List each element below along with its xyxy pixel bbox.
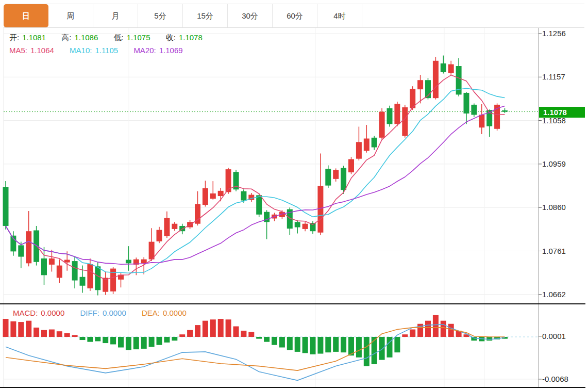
ma10-line	[6, 88, 505, 273]
macd-bar	[218, 319, 224, 337]
price-axis-label: 1.0662	[542, 290, 566, 299]
macd-bar	[364, 337, 369, 366]
price-axis-label: 1.0860	[542, 203, 566, 212]
candle-body	[341, 168, 346, 190]
candle-body	[402, 107, 408, 136]
price-axis-label: 1.1058	[542, 116, 566, 125]
macd-bar	[41, 330, 47, 337]
ma10-value: 1.1105	[95, 46, 118, 55]
candle-body	[387, 108, 393, 124]
macd-bar	[333, 337, 339, 352]
candle-body	[325, 169, 331, 185]
low-value: 1.1075	[127, 33, 150, 42]
macd-bar	[486, 337, 492, 341]
candle-body	[164, 218, 170, 236]
candle-body	[41, 258, 47, 275]
tab-period-6[interactable]: 60分	[273, 4, 317, 27]
macd-bar	[133, 337, 139, 349]
macd-bar	[95, 337, 100, 341]
macd-bar	[402, 334, 408, 337]
macd-bar	[433, 315, 439, 337]
macd-bar	[187, 330, 193, 337]
tab-period-3[interactable]: 5分	[138, 4, 183, 27]
dea-value: 0.0000	[163, 309, 187, 317]
macd-bar	[295, 337, 300, 352]
tab-period-1[interactable]: 周	[48, 4, 93, 27]
candle-body	[456, 66, 462, 94]
macd-bar	[195, 325, 200, 337]
price-axis-label: 1.0959	[542, 159, 566, 168]
macd-bar	[256, 337, 262, 339]
macd-bar	[26, 321, 31, 337]
price-axis-label: 1.1256	[542, 29, 566, 38]
tab-period-2[interactable]: 月	[93, 4, 138, 27]
macd-bar	[379, 337, 385, 360]
macd-bar	[103, 337, 108, 343]
candle-body	[95, 266, 100, 290]
macd-bar	[57, 331, 62, 337]
tab-period-0[interactable]: 日	[4, 4, 48, 27]
macd-bar	[179, 334, 185, 337]
macd-value: 0.0000	[41, 309, 64, 317]
macd-bar	[149, 337, 155, 347]
macd-bar	[226, 319, 231, 337]
candle-body	[333, 170, 339, 179]
tab-bar-filler	[362, 4, 584, 27]
low-label: 低:	[113, 33, 123, 42]
macd-bar	[248, 332, 254, 337]
macd-axis-label: -0.0068	[542, 375, 568, 383]
candle-body	[502, 110, 508, 112]
candle-body	[64, 260, 70, 263]
candle-body	[356, 142, 362, 158]
macd-bar	[64, 333, 70, 337]
macd-bar	[72, 335, 78, 337]
ma20-line	[6, 106, 505, 264]
price-axis-label: 1.0761	[542, 247, 566, 255]
candle-body	[441, 63, 446, 72]
diff-label: DIFF:	[80, 309, 99, 317]
trading-chart-window: 日周月5分15分30分60分4时 开:1.1081 高:1.1086 低:1.1…	[0, 0, 588, 389]
candle-body	[3, 187, 9, 226]
macd-bar	[448, 324, 454, 337]
macd-bar	[157, 337, 162, 345]
candle-body	[464, 93, 469, 114]
macd-bar	[241, 331, 246, 337]
macd-bar	[164, 337, 170, 343]
candle-body	[172, 224, 177, 229]
macd-bar	[441, 321, 446, 337]
candle-body	[141, 260, 147, 264]
candle-body	[149, 242, 155, 260]
ma-indicator-row: MA5:1.1064 MA10:1.1105 MA20:1.1069	[9, 46, 186, 55]
macd-bar	[141, 337, 147, 349]
macd-indicator-row: MACD:0.0000 DIFF:0.0000 DEA:0.0000	[13, 309, 190, 317]
macd-bar	[317, 337, 323, 354]
open-value: 1.1081	[22, 33, 46, 42]
tab-period-5[interactable]: 30分	[228, 4, 273, 27]
macd-bar	[203, 321, 208, 337]
candle-body	[126, 260, 131, 264]
candle-body	[72, 261, 78, 280]
candle-body	[33, 230, 39, 262]
macd-bar	[49, 330, 55, 337]
macd-bar	[233, 327, 239, 337]
tab-period-4[interactable]: 15分	[183, 4, 228, 27]
ma5-line	[6, 75, 505, 280]
macd-bar	[18, 322, 24, 337]
macd-bar	[264, 337, 270, 342]
candle-body	[203, 188, 208, 205]
ma20-label: MA20:	[133, 46, 156, 55]
macd-bar	[394, 337, 400, 352]
macd-bar	[425, 321, 431, 337]
high-label: 高:	[61, 33, 71, 42]
candle-body	[241, 191, 246, 201]
close-label: 收:	[166, 33, 176, 42]
candle-body	[448, 64, 454, 73]
candle-body	[18, 245, 24, 256]
candle-body	[26, 231, 31, 263]
ma5-label: MA5:	[9, 46, 27, 55]
candle-body	[210, 193, 216, 199]
tab-period-7[interactable]: 4时	[317, 4, 362, 27]
diff-value: 0.0000	[103, 309, 126, 317]
candle-body	[317, 186, 323, 232]
high-value: 1.1086	[74, 33, 98, 42]
